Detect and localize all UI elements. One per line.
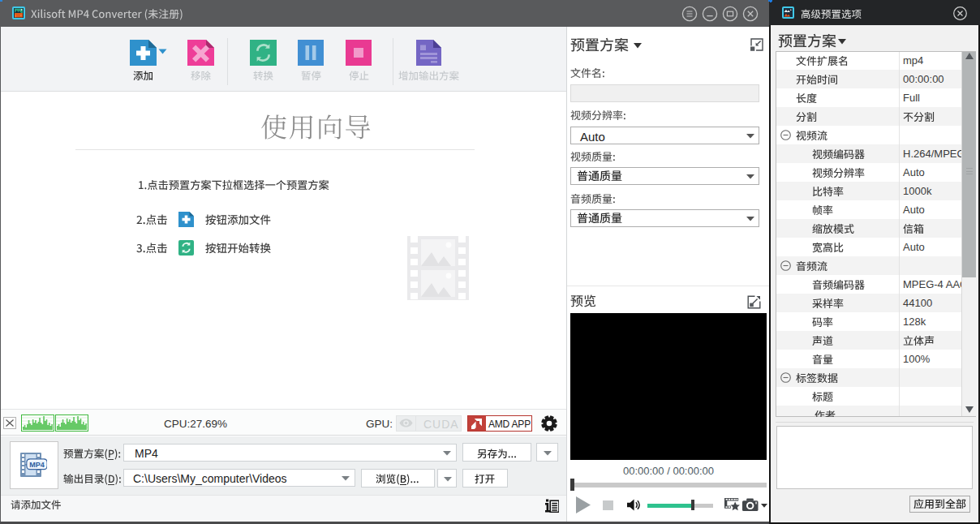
svg-text:MP4: MP4 [29, 461, 45, 469]
